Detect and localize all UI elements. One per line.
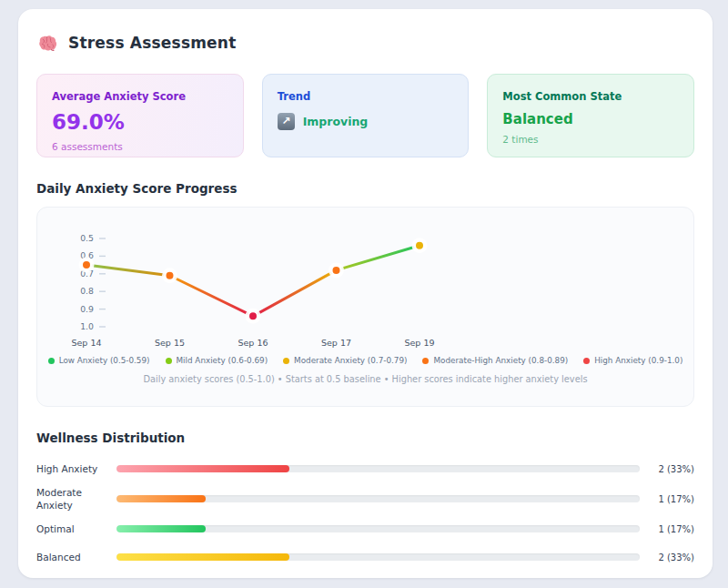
distribution-category-label: Optimal (36, 522, 116, 535)
data-point (331, 266, 340, 275)
assessments-count: 6 assessments (52, 141, 228, 152)
average-anxiety-value: 69.0% (52, 110, 228, 134)
x-axis-tick-label: Sep 16 (238, 338, 268, 348)
wellness-distribution-title: Wellness Distribution (36, 431, 694, 445)
legend-dot-icon (166, 358, 172, 364)
data-point (248, 311, 258, 320)
wellness-distribution-list: High Anxiety 2 (33%) Moderate Anxiety 1 … (36, 458, 694, 568)
data-point (415, 241, 424, 250)
line-chart: 0.50.60.70.80.91.0Sep 14Sep 15Sep 16Sep … (37, 211, 694, 355)
legend-dot-icon (422, 358, 429, 364)
distribution-bar-track (116, 525, 640, 532)
distribution-row: Moderate Anxiety 1 (17%) (36, 486, 694, 512)
distribution-row: Optimal 1 (17%) (36, 518, 694, 540)
trend-card: Trend ↗ Improving (262, 74, 470, 157)
stat-cards: Average Anxiety Score 69.0% 6 assessment… (36, 74, 694, 157)
page-title: Stress Assessment (68, 34, 236, 52)
line-segment (253, 270, 337, 316)
distribution-category-label: Balanced (36, 551, 116, 563)
daily-progress-title: Daily Anxiety Score Progress (36, 181, 694, 196)
distribution-row: High Anxiety 2 (33%) (36, 458, 694, 480)
distribution-value-label: 2 (33%) (651, 553, 694, 563)
data-point (82, 260, 91, 269)
common-state-count: 2 times (502, 134, 679, 145)
legend-dot-icon (583, 358, 590, 364)
x-axis-tick-label: Sep 17 (320, 338, 350, 348)
line-segment (336, 246, 420, 270)
trend-label: Trend (278, 90, 454, 103)
distribution-value-label: 1 (17%) (651, 494, 694, 504)
common-state-label: Most Common State (502, 90, 679, 103)
distribution-bar-track (116, 465, 640, 472)
panel-header: Stress Assessment (38, 34, 694, 52)
distribution-category-label: High Anxiety (36, 462, 116, 475)
legend-item-label: High Anxiety (0.9-1.0) (594, 356, 682, 365)
legend-item: High Anxiety (0.9-1.0) (583, 356, 682, 365)
line-segment (86, 265, 170, 276)
x-axis-tick-label: Sep 19 (404, 338, 434, 348)
line-segment (169, 276, 253, 317)
legend-item-label: Moderate Anxiety (0.7-0.79) (294, 356, 407, 365)
data-point (165, 271, 174, 280)
distribution-bar-fill (116, 495, 206, 502)
average-anxiety-card: Average Anxiety Score 69.0% 6 assessment… (36, 74, 244, 157)
chart-legend: Low Anxiety (0.5-0.59) Mild Anxiety (0.6… (48, 356, 683, 365)
common-state-card: Most Common State Balanced 2 times (487, 74, 694, 157)
y-axis-tick-label: 0.8 (80, 286, 94, 296)
legend-item: Moderate-High Anxiety (0.8-0.89) (422, 356, 568, 365)
arrow-up-right-icon: ↗ (278, 113, 295, 130)
distribution-bar-track (116, 495, 640, 502)
distribution-bar-fill (116, 553, 289, 561)
x-axis-tick-label: Sep 14 (71, 338, 101, 348)
distribution-bar-track (116, 553, 640, 561)
common-state-value: Balanced (502, 111, 679, 127)
legend-item: Low Anxiety (0.5-0.59) (48, 356, 150, 365)
distribution-row: Balanced 2 (33%) (36, 546, 694, 568)
legend-item-label: Mild Anxiety (0.6-0.69) (177, 356, 268, 365)
distribution-bar-fill (116, 465, 289, 472)
distribution-bar-fill (116, 525, 206, 532)
distribution-value-label: 2 (33%) (651, 464, 694, 474)
legend-item-label: Moderate-High Anxiety (0.8-0.89) (433, 356, 568, 365)
legend-dot-icon (48, 358, 55, 364)
distribution-category-label: Moderate Anxiety (36, 486, 116, 512)
average-anxiety-label: Average Anxiety Score (52, 90, 228, 103)
stress-assessment-panel: Stress Assessment Average Anxiety Score … (18, 9, 713, 578)
legend-item: Moderate Anxiety (0.7-0.79) (283, 356, 407, 365)
y-axis-tick-label: 0.5 (80, 233, 94, 243)
legend-dot-icon (283, 358, 289, 364)
brain-icon (38, 35, 57, 52)
x-axis-tick-label: Sep 15 (154, 338, 184, 348)
trend-value: Improving (303, 115, 369, 128)
chart-caption: Daily anxiety scores (0.5-1.0) • Starts … (143, 374, 587, 384)
y-axis-tick-label: 1.0 (80, 321, 94, 331)
y-axis-tick-label: 0.9 (80, 304, 94, 314)
daily-progress-chart-container: 0.50.60.70.80.91.0Sep 14Sep 15Sep 16Sep … (36, 207, 694, 407)
legend-item: Mild Anxiety (0.6-0.69) (166, 356, 268, 365)
legend-item-label: Low Anxiety (0.5-0.59) (59, 356, 150, 365)
distribution-value-label: 1 (17%) (651, 524, 694, 534)
